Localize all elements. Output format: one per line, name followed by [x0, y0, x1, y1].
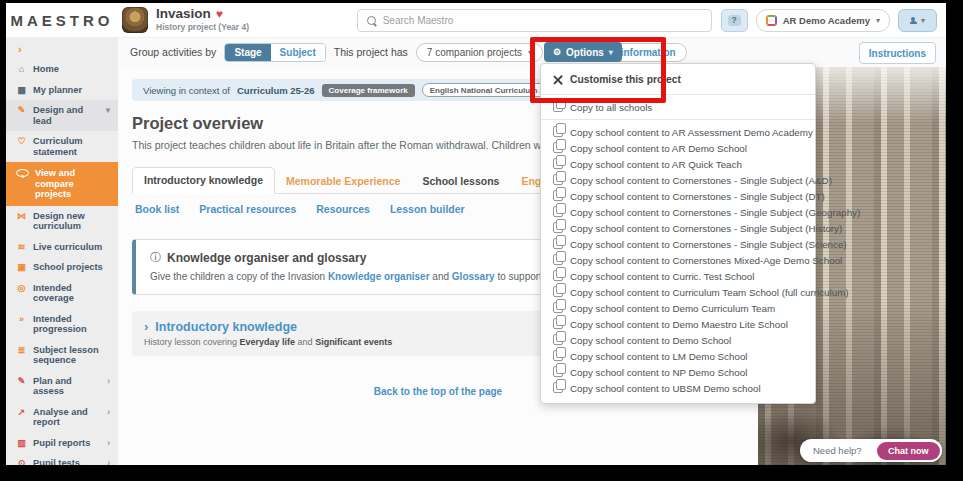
- resource-subtab-link[interactable]: Resources: [316, 203, 370, 215]
- search-input[interactable]: Search Maestro: [357, 9, 712, 32]
- copy-school-content-menu-item[interactable]: Copy school content to Cornerstones - Si…: [541, 236, 815, 252]
- sidebar-item[interactable]: » Intended progression: [6, 309, 118, 340]
- sidebar-item[interactable]: ≋ Live curriculum: [6, 237, 118, 258]
- sidebar-item[interactable]: ↗ Analyse and report ›: [6, 402, 118, 433]
- app-window: MAESTRO Invasion ♥ History project (Year…: [6, 3, 946, 465]
- favourite-heart-icon[interactable]: ♥: [216, 8, 223, 21]
- copy-school-content-menu-item[interactable]: Copy school content to LM Demo School: [541, 348, 815, 364]
- copy-school-content-menu-item[interactable]: Copy school content to AR Assessment Dem…: [541, 124, 815, 140]
- coverage-framework-badge: Coverage framework: [322, 84, 415, 97]
- copy-school-content-menu-item[interactable]: Copy school content to Cornerstones - Si…: [541, 220, 815, 236]
- sidebar-collapse-chevron-icon[interactable]: ›: [6, 37, 118, 59]
- section-title: Introductory knowledge: [155, 320, 297, 334]
- copy-icon: [553, 222, 563, 233]
- infobox-title: Knowledge organiser and glossary: [167, 251, 366, 265]
- sidebar-item-label: Intended progression: [33, 314, 104, 335]
- sidebar-item-label: Plan and assess: [33, 376, 101, 397]
- copy-school-content-menu-item[interactable]: Copy school content to Cornerstones - Si…: [541, 188, 815, 204]
- section-meta-subject: Significant events: [315, 337, 392, 347]
- stage-tab[interactable]: School lessons: [411, 169, 510, 194]
- instructions-button[interactable]: Instructions: [859, 42, 936, 64]
- copy-school-content-menu-item[interactable]: Copy school content to Curriculum Team S…: [541, 284, 815, 300]
- copy-icon: [553, 382, 563, 393]
- project-avatar[interactable]: [122, 7, 148, 33]
- menu-item-label: Copy school content to Demo Curriculum T…: [570, 303, 775, 314]
- section-meta-subject: Everyday life: [240, 337, 296, 347]
- sidebar-item[interactable]: ≣ Subject lesson sequence: [6, 340, 118, 371]
- copy-icon: [553, 174, 563, 185]
- infobox-text: and: [430, 271, 452, 282]
- resource-subtab-link[interactable]: Practical resources: [199, 203, 296, 215]
- sidebar-item-label: Analyse and report: [33, 407, 101, 428]
- sidebar-item-label: My planner: [33, 85, 104, 96]
- menu-item-label: Copy school content to NP Demo School: [570, 367, 747, 378]
- sidebar-item-chevron-icon: ›: [107, 407, 110, 418]
- help-chat-button[interactable]: ?: [721, 9, 748, 32]
- section-meta-text: and: [295, 337, 315, 347]
- chat-now-button[interactable]: Chat now: [877, 442, 940, 460]
- sidebar-item[interactable]: ⋈ Design new curriculum: [6, 206, 118, 237]
- copy-school-content-menu-item[interactable]: Copy school content to AR Demo School: [541, 140, 815, 156]
- sidebar-item[interactable]: ▣ School projects: [6, 257, 118, 278]
- project-has-label: This project has: [334, 46, 408, 58]
- stage-tab[interactable]: Memorable Experience: [275, 169, 411, 194]
- user-menu-button[interactable]: ▾: [898, 9, 937, 32]
- copy-school-content-menu-item[interactable]: Copy school content to AR Quick Teach: [541, 156, 815, 172]
- academy-name: AR Demo Academy: [783, 15, 870, 26]
- menu-item-label: Copy school content to AR Quick Teach: [570, 159, 742, 170]
- sidebar-item[interactable]: ⊙ Pupil tests ›: [6, 453, 118, 465]
- copy-to-all-schools-menu-item[interactable]: Copy to all schools: [541, 99, 815, 115]
- group-activities-label: Group activities by: [130, 46, 216, 58]
- sidebar-item[interactable]: View and compare projects: [6, 162, 118, 206]
- maestro-logo[interactable]: MAESTRO: [6, 12, 118, 29]
- menu-item-label: Copy school content to Demo Maestro Lite…: [570, 319, 788, 330]
- copy-school-content-menu-item[interactable]: Copy school content to Curric. Test Scho…: [541, 268, 815, 284]
- copy-school-content-menu-item[interactable]: Copy school content to Cornerstones - Si…: [541, 204, 815, 220]
- copy-school-content-menu-item[interactable]: Copy school content to Cornerstones - Si…: [541, 172, 815, 188]
- copy-school-content-menu-item[interactable]: Copy school content to Demo School: [541, 332, 815, 348]
- sidebar-item[interactable]: ▦ My planner: [6, 80, 118, 101]
- academy-switcher-button[interactable]: AR Demo Academy ▾: [756, 9, 890, 32]
- options-button[interactable]: ⚙ Options ▾: [544, 42, 622, 62]
- copy-school-content-menu-item[interactable]: Copy school content to Demo Maestro Lite…: [541, 316, 815, 332]
- companion-projects-label: 7 companion projects: [427, 47, 522, 58]
- group-by-toggle: Stage Subject: [224, 43, 325, 62]
- menu-item-label: Copy school content to Cornerstones - Si…: [570, 239, 847, 250]
- copy-icon: [553, 126, 563, 137]
- sidebar-item-icon: ▣: [16, 262, 27, 273]
- chevron-right-icon: ›: [144, 319, 148, 334]
- sidebar-item-icon: ♡: [16, 136, 27, 147]
- gear-icon: ⚙: [553, 47, 561, 57]
- copy-icon: [553, 142, 563, 153]
- info-icon: ⓘ: [150, 250, 161, 265]
- sidebar-item[interactable]: ✎ Plan and assess ›: [6, 371, 118, 402]
- sidebar-item-label: Home: [33, 64, 104, 75]
- copy-school-content-menu-item[interactable]: Copy school content to Cornerstones Mixe…: [541, 252, 815, 268]
- sidebar-item[interactable]: ◎ Intended coverage: [6, 278, 118, 309]
- sidebar-item[interactable]: ▥ Pupil reports ›: [6, 433, 118, 454]
- sidebar-item-icon: ≋: [16, 242, 27, 253]
- options-dropdown-menu: Customise this project Copy to all schoo…: [540, 63, 816, 404]
- copy-school-content-menu-item[interactable]: Copy school content to NP Demo School: [541, 364, 815, 380]
- glossary-link[interactable]: Glossary: [452, 271, 495, 282]
- companion-projects-dropdown[interactable]: 7 companion projects ▾: [416, 43, 543, 62]
- group-by-subject-button[interactable]: Subject: [271, 44, 325, 61]
- copy-icon: [553, 318, 563, 329]
- sidebar-item[interactable]: ✎ Design and lead ▾: [6, 100, 118, 131]
- sidebar-item-icon: ◎: [16, 283, 27, 294]
- copy-school-content-menu-item[interactable]: Copy school content to UBSM Demo school: [541, 380, 815, 396]
- project-title-block: Invasion ♥ History project (Year 4): [156, 7, 249, 32]
- project-toolbar: Group activities by Stage Subject This p…: [118, 37, 946, 67]
- need-help-label: Need help?: [800, 445, 862, 456]
- resource-subtab-link[interactable]: Book list: [135, 203, 179, 215]
- sidebar-item[interactable]: ♡ Curriculum statement: [6, 131, 118, 162]
- search-icon: [367, 16, 376, 25]
- customise-project-menu-item[interactable]: Customise this project: [541, 69, 815, 90]
- sidebar-item[interactable]: ⌂ Home: [6, 59, 118, 80]
- stage-tab[interactable]: Introductory knowledge: [132, 167, 275, 194]
- copy-icon: [553, 350, 563, 361]
- resource-subtab-link[interactable]: Lesson builder: [390, 203, 465, 215]
- knowledge-organiser-link[interactable]: Knowledge organiser: [328, 271, 430, 282]
- group-by-stage-button[interactable]: Stage: [225, 44, 270, 61]
- copy-school-content-menu-item[interactable]: Copy school content to Demo Curriculum T…: [541, 300, 815, 316]
